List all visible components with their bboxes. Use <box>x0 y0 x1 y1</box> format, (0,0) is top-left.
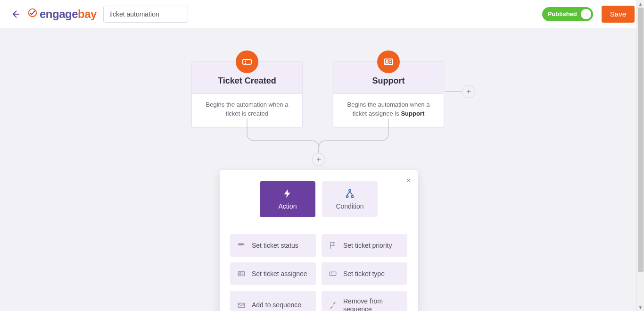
option-label: Set ticket status <box>252 242 298 250</box>
svg-point-1 <box>29 8 37 17</box>
add-node-button[interactable]: + <box>312 153 325 166</box>
window-scrollbar[interactable]: ▲ ▼ <box>636 0 644 311</box>
option-set-ticket-priority[interactable]: Set ticket priority <box>322 234 407 257</box>
tab-row: Action Condition <box>230 181 407 217</box>
logo: engagebay <box>27 8 97 21</box>
action-option-grid: Set ticket status Set ticket priority Se… <box>230 234 407 311</box>
automation-canvas[interactable]: Ticket Created Begins the automation whe… <box>0 28 644 311</box>
scroll-up-icon: ▲ <box>637 0 644 8</box>
lightning-icon <box>282 188 293 199</box>
arrow-left-icon <box>10 9 20 19</box>
option-set-ticket-assignee[interactable]: Set ticket assignee <box>230 262 316 285</box>
trigger-node-ticket-created[interactable]: Ticket Created Begins the automation whe… <box>191 61 303 127</box>
plus-icon: + <box>466 87 471 96</box>
option-set-ticket-status[interactable]: Set ticket status <box>230 234 316 257</box>
option-set-ticket-type[interactable]: Set ticket type <box>322 262 407 285</box>
scroll-down-icon: ▼ <box>637 303 644 311</box>
svg-point-13 <box>239 273 241 274</box>
svg-point-10 <box>346 195 348 197</box>
logo-mark-icon <box>27 8 38 18</box>
trigger-description: Begins the automation when a ticket assi… <box>333 94 444 127</box>
back-button[interactable] <box>9 8 21 20</box>
svg-rect-16 <box>330 272 336 276</box>
scrollbar-thumb[interactable] <box>638 8 644 272</box>
tag-icon <box>237 241 246 250</box>
close-button[interactable]: × <box>406 177 411 185</box>
id-card-icon <box>377 50 400 73</box>
tab-action[interactable]: Action <box>260 181 315 217</box>
close-icon: × <box>406 176 411 185</box>
flag-icon <box>328 241 338 250</box>
published-toggle[interactable]: Published <box>542 7 593 21</box>
option-label: Remove from sequence <box>343 297 401 311</box>
save-button[interactable]: Save <box>602 6 635 23</box>
option-remove-from-sequence[interactable]: Remove from sequence <box>322 291 407 311</box>
svg-rect-12 <box>238 272 245 276</box>
option-add-to-sequence[interactable]: Add to sequence <box>230 291 316 311</box>
svg-rect-3 <box>243 59 251 64</box>
option-label: Add to sequence <box>252 301 301 309</box>
logo-text-1: engage <box>40 8 78 21</box>
mail-icon <box>237 301 246 310</box>
ticket-icon <box>236 50 258 73</box>
option-label: Set ticket assignee <box>252 270 307 278</box>
tools-icon <box>328 301 338 310</box>
published-label: Published <box>548 10 577 17</box>
tab-label: Action <box>279 202 297 210</box>
svg-rect-5 <box>384 59 393 65</box>
svg-point-11 <box>351 195 353 197</box>
tab-label: Condition <box>336 202 363 210</box>
automation-name-input[interactable] <box>103 6 188 23</box>
add-trigger-button[interactable]: + <box>462 85 475 98</box>
trigger-node-support[interactable]: Support Begins the automation when a tic… <box>333 61 444 127</box>
option-label: Set ticket type <box>343 270 385 278</box>
option-label: Set ticket priority <box>343 242 392 250</box>
add-step-popup: × Action Condition Set ticket stat <box>220 170 418 311</box>
branch-icon <box>345 188 355 199</box>
trigger-description: Begins the automation when a ticket is c… <box>192 94 302 127</box>
svg-point-6 <box>386 60 388 62</box>
id-card-icon <box>237 269 246 278</box>
svg-point-9 <box>349 190 351 192</box>
ticket-icon <box>328 269 338 278</box>
tab-condition[interactable]: Condition <box>322 181 378 217</box>
plus-icon: + <box>316 155 321 164</box>
logo-text-2: bay <box>78 8 97 21</box>
toggle-knob <box>581 9 591 19</box>
header-bar: engagebay Published Save <box>0 0 644 28</box>
